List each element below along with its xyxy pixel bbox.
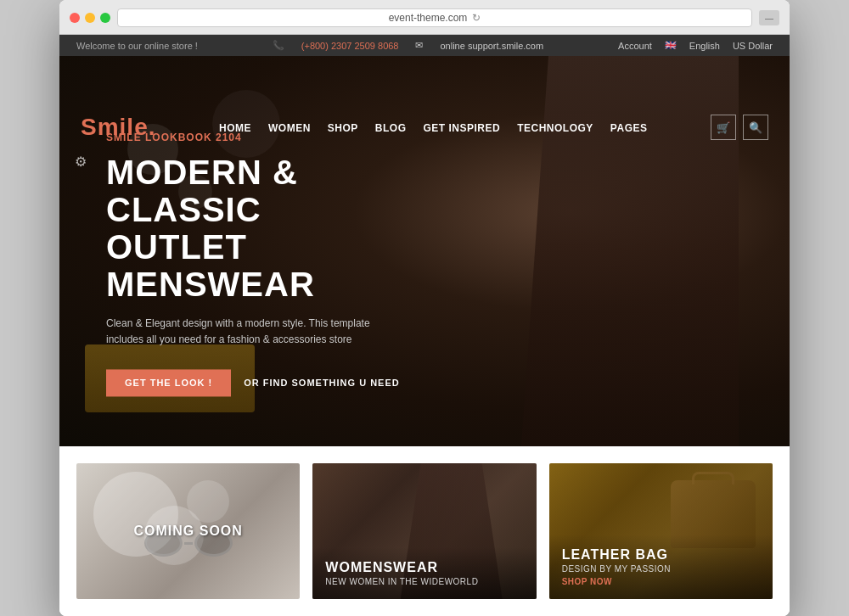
minimize-button[interactable] xyxy=(85,13,95,23)
traffic-lights xyxy=(70,13,110,23)
hero-title-line3: MENSWEAR xyxy=(106,266,315,303)
card3-link[interactable]: SHOP NOW xyxy=(562,577,760,586)
nav-item-get-inspired[interactable]: GET INSPIRED xyxy=(424,120,501,135)
logo-text: Smile xyxy=(81,114,149,140)
card3-subtitle: DESIGN BY MY PASSION xyxy=(562,564,760,574)
address-bar[interactable]: event-theme.com ↻ xyxy=(117,8,752,27)
maximize-button[interactable] xyxy=(100,13,110,23)
nav-item-women[interactable]: WOMEN xyxy=(268,120,311,135)
site-logo[interactable]: Smile. xyxy=(81,114,155,141)
cart-button[interactable]: 🛒 xyxy=(711,115,736,140)
language-selector[interactable]: English xyxy=(689,41,720,51)
hero-buttons: GET THE LOOK ! OR FIND SOMETHING U NEED xyxy=(106,370,463,397)
nav-item-pages[interactable]: PAGES xyxy=(610,120,648,135)
nav-item-home[interactable]: HOME xyxy=(219,120,251,135)
card3-content: LEATHER BAG DESIGN BY MY PASSION SHOP NO… xyxy=(549,535,773,599)
phone-icon: 📞 xyxy=(273,40,284,51)
card2-subtitle: NEW WOMEN IN THE WIDEWORLD xyxy=(325,577,523,586)
search-button[interactable]: 🔍 xyxy=(743,115,768,140)
account-link[interactable]: Account xyxy=(618,41,652,51)
card1-title: COMING SOON xyxy=(133,524,242,539)
browser-window: event-theme.com ↻ — Welcome to our onlin… xyxy=(59,0,790,616)
url-text: event-theme.com xyxy=(389,12,468,24)
logo-dot: . xyxy=(149,114,156,140)
website-content: Welcome to our online store ! 📞 (+800) 2… xyxy=(59,35,790,616)
nav-item-blog[interactable]: BLOG xyxy=(375,120,407,135)
hero-content: SMILE LOOKBOOK 2104 MODERN & CLASSIC OUT… xyxy=(106,132,463,396)
nav-item-shop[interactable]: SHOP xyxy=(328,120,358,135)
find-something-button[interactable]: OR FIND SOMETHING U NEED xyxy=(244,378,400,389)
top-bar-right: Account 🇬🇧 English US Dollar xyxy=(618,40,773,51)
hero-description: Clean & Elegant design with a modern sty… xyxy=(106,316,386,348)
hero-title: MODERN & CLASSIC OUTLET MENSWEAR xyxy=(106,154,463,303)
nav-icon-group: 🛒 🔍 xyxy=(711,115,768,140)
hero-section: Smile. HOME WOMEN SHOP BLOG GET INSPIRED… xyxy=(59,56,790,446)
hero-title-line1: MODERN & CLASSIC xyxy=(106,154,298,228)
reload-icon[interactable]: ↻ xyxy=(472,12,481,24)
hero-title-line2: OUTLET xyxy=(106,228,247,266)
top-bar-center: 📞 (+800) 2307 2509 8068 ✉ online support… xyxy=(273,40,543,51)
nav-links: HOME WOMEN SHOP BLOG GET INSPIRED TECHNO… xyxy=(219,120,648,135)
cards-section: COMING SOON WOMENSWEAR NEW WOMEN IN THE … xyxy=(59,446,790,616)
get-look-button[interactable]: GET THE LOOK ! xyxy=(106,370,231,397)
card2-content: WOMENSWEAR NEW WOMEN IN THE WIDEWORLD xyxy=(312,547,536,599)
card-womenswear[interactable]: WOMENSWEAR NEW WOMEN IN THE WIDEWORLD xyxy=(312,463,536,599)
top-bar: Welcome to our online store ! 📞 (+800) 2… xyxy=(59,35,790,56)
card3-title: LEATHER BAG xyxy=(562,547,760,563)
browser-action-1[interactable]: — xyxy=(759,10,779,25)
currency-selector[interactable]: US Dollar xyxy=(733,41,773,51)
browser-actions: — xyxy=(759,10,779,25)
nav-item-technology[interactable]: TECHNOLOGY xyxy=(517,120,593,135)
phone-number[interactable]: (+800) 2307 2509 8068 xyxy=(301,41,399,51)
settings-gear-icon[interactable]: ⚙ xyxy=(75,154,87,170)
flag-icon: 🇬🇧 xyxy=(665,40,677,51)
email-icon: ✉ xyxy=(415,40,423,51)
welcome-text: Welcome to our online store ! xyxy=(76,41,198,51)
card2-title: WOMENSWEAR xyxy=(325,560,523,575)
card-coming-soon[interactable]: COMING SOON xyxy=(76,463,300,599)
email-address[interactable]: online support.smile.com xyxy=(440,41,543,51)
close-button[interactable] xyxy=(70,13,80,23)
card1-content: COMING SOON xyxy=(76,463,300,599)
main-navigation: Smile. HOME WOMEN SHOP BLOG GET INSPIRED… xyxy=(59,98,790,156)
card-leather-bag[interactable]: LEATHER BAG DESIGN BY MY PASSION SHOP NO… xyxy=(549,463,773,599)
browser-chrome: event-theme.com ↻ — xyxy=(59,0,790,35)
